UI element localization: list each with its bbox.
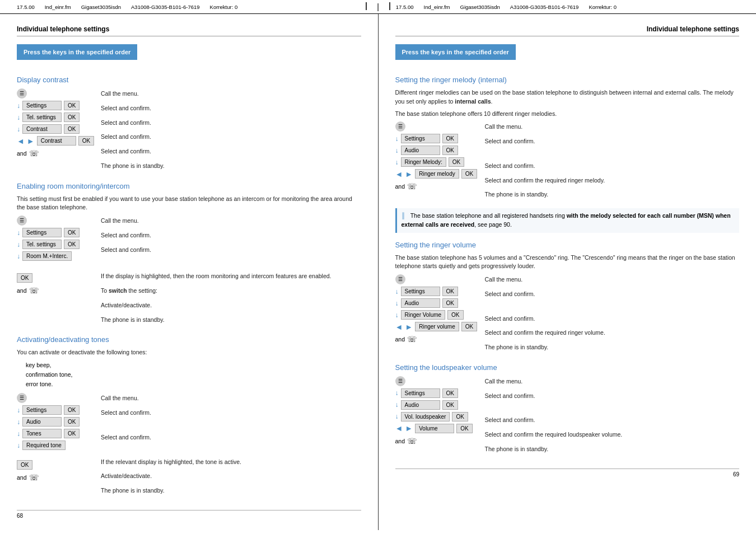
btn-tones[interactable]: Tones [22, 429, 62, 438]
btn-ringer-vol-2[interactable]: Ringer volume [415, 322, 459, 331]
btn-ok-audio-rv[interactable]: OK [442, 298, 458, 308]
section-ringer-melody: Setting the ringer melody (internal) Dif… [395, 76, 740, 233]
left-page: Individual telephone settings Press the … [0, 14, 378, 530]
btn-ok-audio-r1[interactable]: OK [442, 146, 458, 155]
note-icon: ║ [402, 212, 405, 219]
btn-audio-rv[interactable]: Audio [401, 298, 440, 308]
btn-ok-tel[interactable]: OK [64, 113, 80, 122]
btn-ok-contrast-2[interactable]: OK [78, 136, 94, 146]
btn-ok-audio-ls[interactable]: OK [442, 400, 458, 410]
btn-ringer-melody-2[interactable]: Ringer melody [415, 169, 459, 179]
desc-activate-tone: Activate/deactivate. [101, 472, 361, 481]
btn-ok-tel-2[interactable]: OK [64, 240, 80, 249]
body-ringer-melody-1: Different ringer melodies can be used on… [395, 88, 740, 106]
desc-activate-room: Activate/deactivate. [101, 301, 361, 310]
heading-display-contrast: Display contrast [17, 76, 361, 84]
desc-highlighted: If the display is highlighted, then the … [101, 272, 361, 281]
meta-file-right: Ind_einr.fm [424, 4, 450, 10]
handset-icon-ls: ☏ [407, 437, 417, 446]
desc-menu-rv: Call the menu. [485, 275, 740, 284]
step-and-handset-ls: and ☏ [395, 437, 479, 446]
btn-tel-settings[interactable]: Tel. settings [22, 113, 62, 122]
btn-ok-settings-3[interactable]: OK [64, 405, 80, 415]
tones-list: key beep,confirmation tone,error tone. [17, 360, 361, 388]
step-settings-3: ↓ Settings OK [17, 405, 95, 415]
btn-settings-1[interactable]: Settings [22, 101, 62, 110]
btn-volume-ls[interactable]: Volume [415, 424, 454, 433]
desc-ringer-confirm: Select and confirm the required ringer m… [485, 176, 740, 185]
step-tel-settings-2: ↓ Tel. settings OK [17, 240, 95, 249]
btn-audio-r1[interactable]: Audio [401, 146, 440, 155]
btn-required-tone[interactable]: Required tone [22, 441, 66, 450]
btn-ok-settings-rv[interactable]: OK [442, 287, 458, 296]
btn-audio-ls[interactable]: Audio [401, 400, 440, 410]
btn-ok-ringer-melody[interactable]: OK [449, 157, 464, 167]
desc-settings-2: Select and confirm. [101, 231, 361, 240]
meta-version-left: 17.5.00 [17, 4, 35, 10]
step-nav-ringer-vol: ◄ ► Ringer volume OK [395, 322, 479, 331]
menu-icon-rv: ☰ [395, 274, 405, 284]
body-ringer-melody-2: The base station telephone offers 10 dif… [395, 110, 740, 119]
btn-settings-r1[interactable]: Settings [401, 134, 440, 143]
btn-settings-3[interactable]: Settings [22, 405, 62, 415]
desc-standby-1: The phone is in standby. [101, 162, 361, 171]
btn-contrast-2[interactable]: Contrast [37, 136, 76, 146]
down-arrow-2: ↓ [17, 114, 20, 121]
btn-ok-vol-ls[interactable]: OK [452, 412, 468, 421]
heading-loudspeaker: Setting the loudspeaker volume [395, 363, 740, 372]
btn-contrast[interactable]: Contrast [22, 124, 62, 134]
btn-settings-ls[interactable]: Settings [401, 388, 440, 398]
btn-ok-room[interactable]: OK [17, 273, 32, 283]
section-display-contrast: Display contrast ☰ ↓ Settings OK [17, 76, 361, 174]
btn-vol-loudspeaker[interactable]: Vol. loudspeaker [401, 412, 450, 421]
btn-ringer-melody[interactable]: Ringer Melody: [401, 157, 446, 167]
heading-ringer-volume: Setting the ringer volume [395, 241, 740, 249]
btn-ringer-vol[interactable]: Ringer Volume [401, 310, 446, 320]
btn-settings-2[interactable]: Settings [22, 228, 62, 237]
btn-ok-1[interactable]: OK [64, 101, 80, 110]
desc-menu-1: Call the menu. [101, 90, 361, 99]
desc-settings-r1: Select and confirm. [485, 137, 740, 146]
heading-ringer-melody: Setting the ringer melody (internal) [395, 76, 740, 84]
btn-ok-tones[interactable]: OK [64, 429, 80, 438]
meta-korrektur-left: Korrektur: 0 [210, 4, 238, 10]
step-menu-2: ☰ [17, 216, 95, 226]
left-arrow-1: ◄ [17, 137, 25, 146]
menu-icon-3: ☰ [17, 393, 27, 403]
step-and-handset-rv: and ☏ [395, 335, 479, 344]
btn-ok-ringer-vol-2[interactable]: OK [461, 322, 477, 331]
step-tel-settings: ↓ Tel. settings OK [17, 113, 95, 122]
btn-ok-settings-ls[interactable]: OK [442, 388, 458, 398]
btn-ok-ringer-2[interactable]: OK [461, 169, 477, 179]
step-audio-ls: ↓ Audio OK [395, 400, 479, 410]
heading-room-monitoring: Enabling room monitoring/intercom [17, 182, 361, 190]
right-arrow-1: ► [27, 137, 35, 146]
step-menu-3: ☰ [17, 393, 95, 403]
btn-settings-rv[interactable]: Settings [401, 287, 440, 296]
btn-ok-contrast[interactable]: OK [64, 124, 80, 134]
btn-ok-volume-ls[interactable]: OK [456, 424, 472, 433]
menu-icon-r1: ☰ [395, 121, 405, 132]
right-page-title: Individual telephone settings [647, 25, 739, 33]
btn-room-monitor[interactable]: Room M.+Interc. [22, 251, 72, 261]
step-menu-ls: ☰ [395, 376, 479, 386]
btn-ok-settings-2[interactable]: OK [64, 228, 80, 237]
step-required-tone: ↓ Required tone [17, 441, 95, 450]
and-text-1: and [17, 150, 27, 157]
btn-tel-settings-2[interactable]: Tel. settings [22, 240, 62, 249]
section-room-monitoring: Enabling room monitoring/intercom This s… [17, 182, 361, 328]
step-menu-r1: ☰ [395, 121, 479, 132]
menu-icon-1: ☰ [17, 88, 27, 99]
btn-audio-1[interactable]: Audio [22, 417, 62, 427]
step-settings-r1: ↓ Settings OK [395, 134, 479, 143]
desc-standby-2: The phone is in standby. [101, 316, 361, 325]
section-loudspeaker: Setting the loudspeaker volume ☰ ↓ Setti… [395, 363, 740, 457]
btn-ok-audio-1[interactable]: OK [64, 417, 80, 427]
heading-tones: Activating/deactivating tones [17, 335, 361, 344]
btn-ok-tone[interactable]: OK [17, 460, 32, 470]
btn-ok-settings-r1[interactable]: OK [442, 134, 458, 143]
handset-icon-r1: ☏ [407, 182, 417, 191]
handset-icon-2: ☏ [29, 286, 39, 295]
btn-ok-ringer-vol[interactable]: OK [447, 310, 463, 320]
desc-standby-r1: The phone is in standby. [485, 190, 740, 199]
